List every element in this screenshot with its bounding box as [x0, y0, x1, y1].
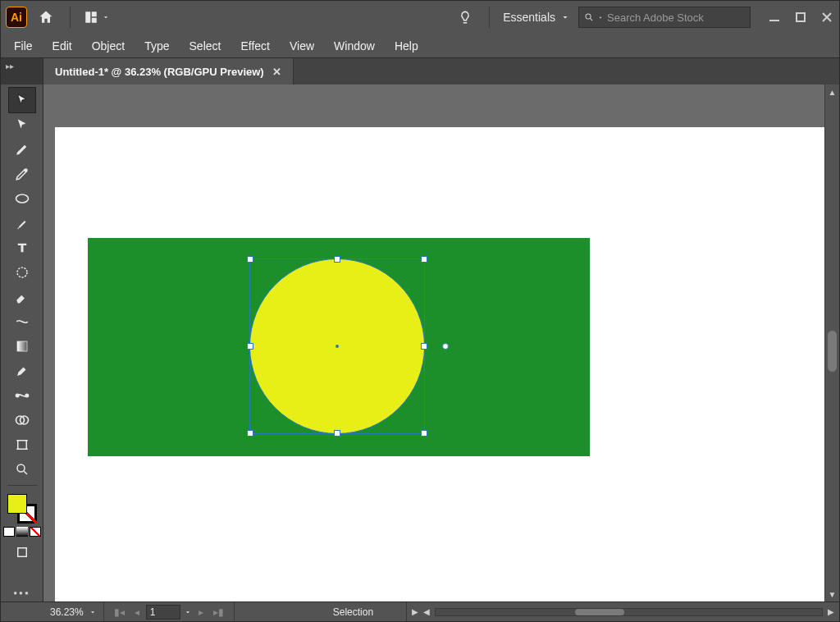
svg-rect-24: [17, 548, 26, 557]
chevron-down-icon: [560, 12, 570, 22]
menu-effect[interactable]: Effect: [231, 36, 280, 56]
vertical-scroll-thumb[interactable]: [828, 331, 837, 372]
menu-view[interactable]: View: [280, 36, 324, 56]
menu-window[interactable]: Window: [324, 36, 385, 56]
color-mode-solid[interactable]: [3, 527, 15, 537]
resize-handle-bl[interactable]: [247, 430, 253, 437]
maximize-button[interactable]: [793, 10, 808, 25]
menu-type[interactable]: Type: [135, 36, 179, 56]
document-tab[interactable]: Untitled-1* @ 36.23% (RGB/GPU Preview) ✕: [43, 58, 294, 85]
next-artboard-button[interactable]: ▸: [195, 606, 207, 618]
workspace-switcher[interactable]: Essentials: [500, 11, 573, 24]
svg-rect-2: [92, 18, 97, 23]
resize-handle-br[interactable]: [421, 430, 427, 437]
color-mode-none[interactable]: [30, 527, 41, 537]
live-corner-widget[interactable]: [442, 343, 449, 350]
search-input[interactable]: [607, 11, 745, 24]
search-box[interactable]: [578, 7, 751, 28]
eraser-tool[interactable]: [9, 285, 35, 309]
titlebar: Ai Essentials: [1, 1, 839, 34]
zoom-control[interactable]: 36.23%: [43, 602, 104, 621]
tips-button[interactable]: [451, 3, 479, 31]
statusbar: 36.23% ▮◂ ◂ ▸ ▸▮ Selection ▶ ◀ ▶: [1, 601, 839, 621]
artboard-navigation: ▮◂ ◂ ▸ ▸▮: [104, 602, 235, 621]
current-tool-label: Selection: [333, 606, 373, 618]
window-controls: [767, 10, 834, 25]
selection-bounding-box[interactable]: [249, 258, 425, 434]
search-icon: [584, 11, 594, 23]
svg-point-11: [17, 268, 27, 277]
menu-edit[interactable]: Edit: [43, 36, 82, 56]
horizontal-scrollbar[interactable]: ▶ ◀ ▶: [407, 607, 839, 616]
scroll-play-button[interactable]: ▶: [412, 607, 418, 616]
menu-select[interactable]: Select: [180, 36, 231, 56]
svg-line-4: [591, 19, 593, 21]
chevron-down-icon[interactable]: [184, 608, 192, 616]
scroll-left-button[interactable]: ◀: [423, 607, 430, 616]
artboard[interactable]: [55, 127, 839, 601]
scroll-up-button[interactable]: ▲: [825, 85, 839, 99]
ellipse-tool[interactable]: [9, 186, 35, 211]
close-tab-button[interactable]: ✕: [272, 66, 281, 78]
resize-handle-ml[interactable]: [247, 343, 253, 350]
toolbar-separator: [7, 485, 37, 486]
horizontal-scroll-thumb[interactable]: [575, 609, 624, 615]
prev-artboard-button[interactable]: ◂: [131, 606, 143, 618]
paintbrush-tool[interactable]: [9, 211, 35, 236]
svg-point-3: [586, 14, 591, 19]
svg-rect-5: [769, 20, 779, 21]
direct-selection-tool[interactable]: [9, 112, 35, 137]
shape-builder-tool[interactable]: [9, 408, 35, 432]
artboard-tool[interactable]: [9, 432, 35, 457]
svg-rect-12: [17, 341, 27, 351]
fill-swatch[interactable]: [7, 494, 27, 514]
panel-collapse-toggle[interactable]: ▸▸: [1, 58, 43, 85]
blend-tool[interactable]: [9, 383, 35, 408]
color-mode-buttons: [3, 527, 41, 537]
scroll-right-button[interactable]: ▶: [828, 607, 834, 616]
close-button[interactable]: [819, 10, 834, 25]
vertical-scrollbar[interactable]: ▲ ▼: [824, 85, 839, 601]
artboard-number-input[interactable]: [146, 605, 180, 620]
resize-handle-bm[interactable]: [334, 430, 340, 437]
resize-handle-tl[interactable]: [247, 256, 253, 263]
selection-center-point[interactable]: [336, 345, 339, 348]
menu-file[interactable]: File: [4, 36, 43, 56]
arrange-documents-button[interactable]: [80, 3, 113, 31]
eyedropper-tool[interactable]: [9, 359, 35, 383]
type-tool[interactable]: [9, 236, 35, 260]
app-logo: Ai: [6, 7, 27, 28]
rotate-tool[interactable]: [9, 260, 35, 285]
menu-object[interactable]: Object: [82, 36, 135, 56]
selection-tool[interactable]: [9, 88, 35, 112]
width-tool[interactable]: [9, 309, 35, 334]
menu-help[interactable]: Help: [385, 36, 428, 56]
gradient-tool[interactable]: [9, 334, 35, 359]
curvature-tool[interactable]: [9, 162, 35, 186]
workspace-name: Essentials: [503, 11, 555, 24]
svg-rect-1: [92, 11, 97, 16]
zoom-value: 36.23%: [50, 606, 84, 618]
pen-tool[interactable]: [9, 137, 35, 162]
home-button[interactable]: [32, 3, 60, 31]
canvas-viewport[interactable]: ▲ ▼: [43, 85, 839, 601]
svg-point-22: [17, 464, 25, 472]
draw-mode-button[interactable]: [11, 542, 33, 563]
horizontal-scroll-track[interactable]: [435, 608, 823, 616]
separator: [489, 7, 490, 28]
resize-handle-mr[interactable]: [421, 343, 427, 350]
minimize-button[interactable]: [767, 10, 782, 25]
fill-stroke-control[interactable]: [6, 492, 39, 525]
zoom-tool[interactable]: [9, 457, 35, 482]
last-artboard-button[interactable]: ▸▮: [210, 606, 227, 618]
color-mode-gradient[interactable]: [16, 527, 28, 537]
main-area: ●●● ▲: [1, 85, 839, 601]
svg-point-10: [16, 194, 28, 203]
first-artboard-button[interactable]: ▮◂: [111, 606, 128, 618]
separator: [70, 7, 71, 28]
scroll-down-button[interactable]: ▼: [825, 587, 839, 601]
resize-handle-tr[interactable]: [421, 256, 427, 263]
resize-handle-tm[interactable]: [334, 256, 340, 263]
edit-toolbar-button[interactable]: ●●●: [13, 589, 30, 597]
svg-rect-0: [85, 11, 90, 23]
